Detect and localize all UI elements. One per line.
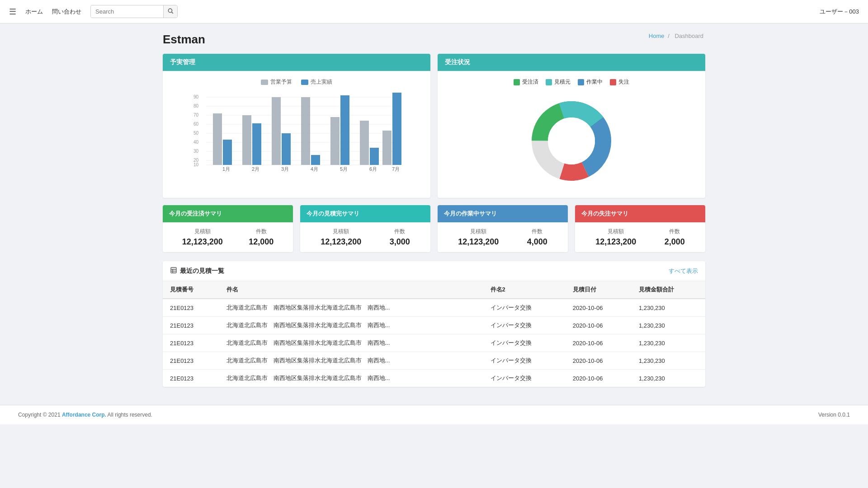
table-row[interactable]: 21E0123 北海道北広島市 南西地区集落排水北海道北広島市 南西地... イ… bbox=[163, 334, 705, 352]
legend-budget-dot bbox=[261, 80, 268, 85]
summary-card-estimate: 今月の見積完サマリ 見積額 12,123,200 件数 3,000 bbox=[300, 205, 430, 252]
summary-label-count-lost: 件数 bbox=[665, 228, 685, 235]
search-bar bbox=[90, 5, 178, 18]
svg-rect-36 bbox=[370, 148, 379, 165]
nav-home[interactable]: ホーム bbox=[25, 8, 43, 16]
summary-col-amount-estimate: 見積額 12,123,200 bbox=[321, 228, 361, 247]
order-chart-card: 受注状況 受注済 見積元 作業中 bbox=[438, 54, 705, 198]
cell-name2: インバータ交換 bbox=[483, 299, 566, 317]
footer-copyright: Copyright © 2021 Affordance Corp. All ri… bbox=[18, 412, 152, 418]
cell-date: 2020-10-06 bbox=[566, 317, 632, 334]
cell-date: 2020-10-06 bbox=[566, 352, 632, 370]
summary-label-amount-received: 見積額 bbox=[182, 228, 223, 235]
cell-id: 21E0123 bbox=[163, 352, 219, 370]
nav-inquiry[interactable]: 問い合わせ bbox=[52, 8, 81, 16]
summary-value-amount-working: 12,123,200 bbox=[458, 237, 499, 247]
footer-copyright-text: Copyright © 2021 bbox=[18, 412, 62, 418]
col-header-name2: 件名2 bbox=[483, 281, 566, 299]
cell-id: 21E0123 bbox=[163, 334, 219, 352]
table-row[interactable]: 21E0123 北海道北広島市 南西地区集落排水北海道北広島市 南西地... イ… bbox=[163, 317, 705, 334]
svg-rect-27 bbox=[282, 133, 291, 165]
breadcrumb-home[interactable]: Home bbox=[649, 33, 665, 39]
cell-name2: インバータ交換 bbox=[483, 334, 566, 352]
svg-text:50: 50 bbox=[193, 131, 199, 136]
svg-text:6月: 6月 bbox=[369, 166, 377, 172]
summary-label-count-working: 件数 bbox=[527, 228, 547, 235]
summary-label-count-received: 件数 bbox=[249, 228, 274, 235]
svg-text:4月: 4月 bbox=[311, 166, 318, 172]
svg-rect-47 bbox=[171, 267, 176, 273]
donut-svg bbox=[522, 91, 621, 191]
table-icon bbox=[170, 267, 177, 275]
cell-id: 21E0123 bbox=[163, 299, 219, 317]
donut-dot-green bbox=[514, 79, 520, 85]
cell-date: 2020-10-06 bbox=[566, 334, 632, 352]
cell-name: 北海道北広島市 南西地区集落排水北海道北広島市 南西地... bbox=[219, 299, 483, 317]
hamburger-icon[interactable]: ☰ bbox=[9, 7, 16, 17]
svg-text:7月: 7月 bbox=[392, 166, 400, 172]
table-row[interactable]: 21E0123 北海道北広島市 南西地区集落排水北海道北広島市 南西地... イ… bbox=[163, 299, 705, 317]
cell-name: 北海道北広島市 南西地区集落排水北海道北広島市 南西地... bbox=[219, 370, 483, 387]
table-view-all-link[interactable]: すべて表示 bbox=[669, 267, 698, 275]
cell-id: 21E0123 bbox=[163, 317, 219, 334]
summary-body-received: 見積額 12,123,200 件数 12,000 bbox=[163, 222, 293, 252]
search-input[interactable] bbox=[91, 6, 163, 17]
legend-budget-label: 営業予算 bbox=[270, 78, 292, 86]
summary-card-lost: 今月の失注サマリ 見積額 12,123,200 件数 2,000 bbox=[575, 205, 705, 252]
search-button[interactable] bbox=[163, 5, 177, 18]
table-list-icon bbox=[170, 267, 177, 274]
summary-row: 今月の受注済サマリ 見積額 12,123,200 件数 12,000 今月の見積… bbox=[163, 205, 705, 252]
svg-rect-20 bbox=[213, 113, 222, 165]
footer-rights: All rights reserved. bbox=[106, 412, 152, 418]
charts-row: 予実管理 営業予算 売上実績 90 80 70 bbox=[163, 54, 705, 198]
cell-amount: 1,230,230 bbox=[632, 352, 705, 370]
cell-amount: 1,230,230 bbox=[632, 370, 705, 387]
cell-name2: インバータ交換 bbox=[483, 352, 566, 370]
bar-chart-legend: 営業予算 売上実績 bbox=[170, 78, 423, 86]
nav-links: ホーム 問い合わせ bbox=[25, 8, 81, 16]
svg-text:30: 30 bbox=[193, 149, 199, 154]
top-nav: ☰ ホーム 問い合わせ ユーザー－003 bbox=[0, 0, 868, 23]
page-title: Estman bbox=[163, 33, 205, 47]
table-row[interactable]: 21E0123 北海道北広島市 南西地区集落排水北海道北広島市 南西地... イ… bbox=[163, 370, 705, 387]
table-section: 最近の見積一覧 すべて表示 見積番号 件名 件名2 見積日付 見積金額合計 21… bbox=[163, 261, 705, 387]
svg-rect-24 bbox=[252, 123, 261, 165]
svg-text:2月: 2月 bbox=[252, 166, 259, 172]
donut-legend-working: 作業中 bbox=[578, 78, 603, 86]
svg-point-0 bbox=[168, 9, 172, 12]
svg-point-46 bbox=[548, 117, 595, 164]
page-header: Estman Home / Dashboard bbox=[163, 33, 705, 47]
summary-col-amount-received: 見積額 12,123,200 bbox=[182, 228, 223, 247]
svg-rect-30 bbox=[311, 155, 320, 165]
table-header: 最近の見積一覧 すべて表示 bbox=[163, 261, 705, 281]
svg-line-1 bbox=[172, 12, 173, 14]
svg-rect-38 bbox=[382, 131, 392, 165]
summary-label-count-estimate: 件数 bbox=[390, 228, 410, 235]
table-row[interactable]: 21E0123 北海道北広島市 南西地区集落排水北海道北広島市 南西地... イ… bbox=[163, 352, 705, 370]
search-icon bbox=[167, 8, 174, 14]
budget-chart-header: 予実管理 bbox=[163, 54, 430, 71]
budget-chart-card: 予実管理 営業予算 売上実績 90 80 70 bbox=[163, 54, 430, 198]
cell-amount: 1,230,230 bbox=[632, 317, 705, 334]
donut-label-received: 受注済 bbox=[522, 78, 538, 86]
col-header-name: 件名 bbox=[219, 281, 483, 299]
summary-col-amount-lost: 見積額 12,123,200 bbox=[595, 228, 636, 247]
summary-body-lost: 見積額 12,123,200 件数 2,000 bbox=[575, 222, 705, 252]
donut-label-working: 作業中 bbox=[586, 78, 603, 86]
summary-col-count-lost: 件数 2,000 bbox=[665, 228, 685, 247]
footer-company-link[interactable]: Affordance Corp. bbox=[62, 412, 106, 418]
svg-text:60: 60 bbox=[193, 122, 199, 127]
breadcrumb-current: Dashboard bbox=[675, 33, 703, 39]
order-chart-body: 受注済 見積元 作業中 失注 bbox=[438, 71, 705, 198]
summary-label-amount-working: 見積額 bbox=[458, 228, 499, 235]
svg-text:10: 10 bbox=[193, 162, 199, 167]
footer: Copyright © 2021 Affordance Corp. All ri… bbox=[0, 405, 868, 424]
svg-rect-21 bbox=[223, 140, 232, 165]
user-label: ユーザー－003 bbox=[820, 8, 859, 16]
donut-label-lost: 失注 bbox=[618, 78, 629, 86]
svg-text:70: 70 bbox=[193, 113, 199, 117]
donut-legend-lost: 失注 bbox=[610, 78, 629, 86]
donut-dot-cyan bbox=[546, 79, 552, 85]
summary-col-count-received: 件数 12,000 bbox=[249, 228, 274, 247]
summary-value-count-estimate: 3,000 bbox=[390, 237, 410, 247]
